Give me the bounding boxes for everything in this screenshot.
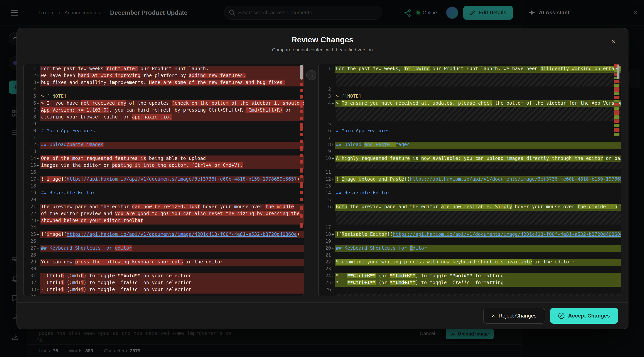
diff-line: 11: [319, 169, 621, 176]
diff-line: [319, 162, 621, 169]
minimap-mark: [300, 116, 303, 120]
diff-line: 18: [24, 183, 304, 190]
diff-line: 12+![Image Upload and Paste](https://api…: [319, 176, 621, 183]
reject-changes-button[interactable]: × Reject Changes: [483, 308, 545, 324]
diff-line: 9: [24, 121, 304, 128]
diff-divider: →: [304, 64, 318, 296]
diff-line: 23-showned below on your editor toolbar: [24, 218, 304, 224]
minimap-mark: [614, 88, 620, 92]
minimap-mark: [300, 214, 303, 218]
diff-line: 1-For the past few weeks right after our…: [24, 66, 304, 73]
diff-line: 31-- Ctrl+b (Cmd+b) to toggle **bold** o…: [24, 273, 304, 280]
minimap-mark: [300, 140, 303, 143]
modal-subtitle: Compare original content with beautified…: [17, 47, 628, 52]
diff-rows-beautified: 1+For the past few weeks, following our …: [319, 64, 621, 296]
minimap-mark: [300, 175, 303, 178]
diff-line: 7: [319, 135, 621, 142]
diff-line: 6# Main App Features: [319, 128, 621, 135]
diff-line: 19: [319, 238, 621, 245]
diff-line: 4: [24, 86, 304, 93]
minimap-mark: [614, 80, 620, 84]
minimap-mark: [614, 100, 620, 102]
minimap-mark: [300, 95, 303, 98]
diff-line: 33-- Ctrl+i (Cmd+i) to toggle _italic_ o…: [24, 287, 304, 294]
diff-line: [319, 73, 621, 86]
diff-pane-beautified[interactable]: 1+For the past few weeks, following our …: [318, 64, 622, 296]
minimap-mark: [300, 146, 303, 151]
diff-line: 26: [319, 287, 621, 294]
diff-view: 1-For the past few weeks right after our…: [24, 64, 622, 296]
modal-close-icon[interactable]: ×: [608, 36, 618, 46]
reject-changes-label: Reject Changes: [498, 313, 536, 319]
modal-title: Review Changes: [17, 28, 628, 44]
diff-line: 2: [319, 86, 621, 93]
diff-line: 6-> If you have not received any of the …: [24, 100, 304, 107]
minimap-mark: [614, 110, 620, 114]
accept-changes-button[interactable]: ✓ Accept Changes: [550, 308, 618, 324]
minimap-mark: [300, 123, 303, 131]
diff-line: 22-of the editor preview and you are goo…: [24, 211, 304, 218]
diff-line: 13: [24, 148, 304, 156]
diff-line: 30: [24, 266, 304, 273]
diff-line: 26: [24, 238, 304, 245]
diff-line: 21-The preview pane and the editor can n…: [24, 204, 304, 211]
diff-line: 10# Main App Features: [24, 128, 304, 135]
diff-line: 34: [24, 294, 304, 296]
diff-line: 5> [!NOTE]: [24, 93, 304, 100]
review-changes-modal: Review Changes Compare original content …: [16, 28, 628, 329]
diff-line: 25+* **Ctrl+I** (or **Cmd+I**) to toggle…: [319, 280, 621, 287]
diff-line: 27-## Keyboard Shortcuts for editor: [24, 245, 304, 252]
diff-line: [319, 107, 621, 121]
diff-line: 14-One of the most requested features is…: [24, 156, 304, 162]
diff-line: 21: [319, 252, 621, 259]
diff-line: 8+## Upload and Paste Images: [319, 142, 621, 148]
diff-line: 20: [24, 197, 304, 204]
minimap-mark: [614, 92, 620, 95]
diff-line: 15-images via the editor or pasting it i…: [24, 162, 304, 169]
diff-line: 15: [319, 197, 621, 204]
diff-rows-original: 1-For the past few weeks right after our…: [24, 64, 304, 296]
app-root: haxiom › Announcements › December Produc…: [0, 0, 644, 357]
minimap-mark: [614, 124, 620, 127]
minimap-mark: [614, 133, 620, 136]
diff-line: [319, 294, 621, 296]
reject-x-icon: ×: [492, 313, 495, 319]
scrollbar-minimap-beautified[interactable]: [614, 64, 620, 296]
minimap-mark: [300, 102, 303, 108]
diff-line: 16: [24, 169, 304, 176]
minimap-mark: [614, 96, 620, 99]
minimap-mark: [300, 133, 303, 136]
diff-line: 16+Both the preview pane and the editor …: [319, 204, 621, 211]
accept-changes-label: Accept Changes: [568, 313, 610, 319]
minimap-mark: [300, 168, 303, 172]
minimap-mark: [300, 110, 303, 113]
minimap-mark: [300, 160, 303, 163]
diff-line: 10+A highly requested feature is now ava…: [319, 156, 621, 162]
diff-line: 19## Resizable Editor: [24, 190, 304, 197]
diff-line: 1+For the past few weeks, following our …: [319, 66, 621, 73]
diff-line: 23: [319, 266, 621, 273]
diff-line: 22+Streamline your writing process with …: [319, 259, 621, 266]
scrollbar-minimap-original[interactable]: [300, 64, 303, 296]
diff-line: 7-App Version: >= 1.103.0), you can hard…: [24, 107, 304, 114]
minimap-mark: [300, 182, 303, 188]
diff-line: 20+## Keyboard Shortcuts for Editor: [319, 245, 621, 252]
diff-line: 8-clearing your browser cache for app.ha…: [24, 114, 304, 121]
minimap-mark: [614, 128, 620, 132]
diff-line: 5: [319, 121, 621, 128]
diff-line: 17: [319, 224, 621, 232]
diff-line: 3> [!NOTE]: [319, 93, 621, 100]
diff-line: 14## Resizable Editor: [319, 190, 621, 197]
diff-line: 11: [24, 135, 304, 142]
apply-change-arrow-button[interactable]: →: [306, 70, 316, 80]
diff-line: 12-## Upload/paste images: [24, 142, 304, 148]
scrollbar-thumb[interactable]: [616, 65, 620, 79]
scrollbar-thumb[interactable]: [300, 65, 303, 80]
diff-line: 24: [24, 224, 304, 232]
diff-line: 9: [319, 148, 621, 156]
diff-pane-original[interactable]: 1-For the past few weeks right after our…: [24, 64, 304, 296]
minimap-mark: [614, 84, 620, 87]
minimap-mark: [300, 223, 303, 228]
diff-line: 25-![image](https://api.haxiom.io/api/v1…: [24, 232, 304, 238]
diff-line: 17-![image](https://api.haxiom.io/api/v1…: [24, 176, 304, 183]
